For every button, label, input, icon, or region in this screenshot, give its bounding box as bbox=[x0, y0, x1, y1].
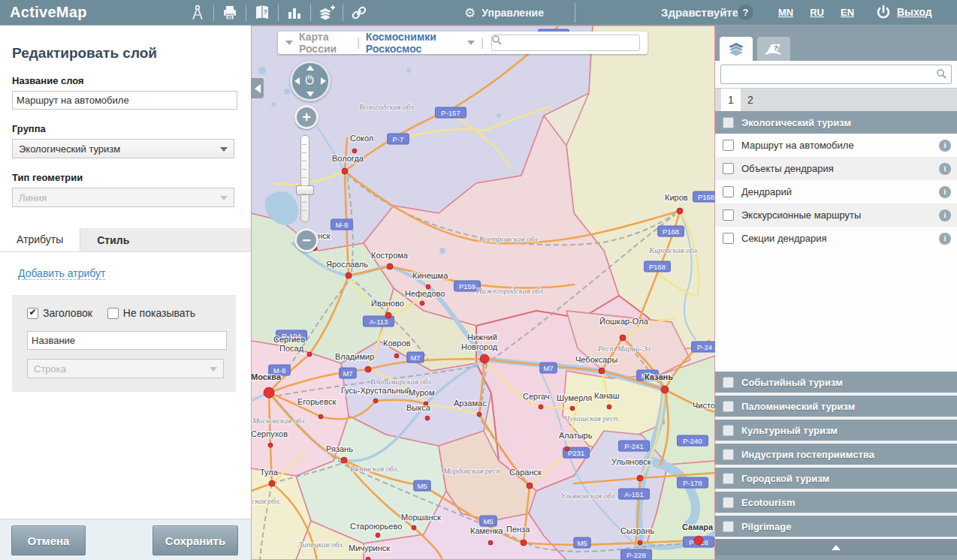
group-header-collapsed[interactable]: Pilgrimage bbox=[715, 513, 957, 537]
layer-checkbox[interactable] bbox=[723, 233, 734, 244]
toolbar-separator: | bbox=[357, 37, 360, 49]
layer-name: Маршрут на автомобиле bbox=[741, 140, 931, 151]
layer-name: Секции дендрария bbox=[741, 233, 931, 244]
tab-legend-help[interactable]: ? bbox=[757, 37, 790, 61]
city-dot bbox=[480, 354, 489, 363]
info-icon[interactable]: i bbox=[939, 233, 951, 245]
base-layer-select[interactable]: Карта России bbox=[299, 31, 351, 55]
city-label: Пенза bbox=[506, 525, 530, 534]
city-label: Владимир bbox=[335, 352, 374, 361]
lang-link-en[interactable]: EN bbox=[841, 7, 854, 18]
group-header-collapsed[interactable]: Событийный туризм bbox=[715, 372, 957, 393]
group-checkbox[interactable] bbox=[723, 473, 734, 484]
city-label: Шумерля bbox=[557, 393, 592, 402]
map-canvas[interactable]: Р-157Р-157Р-7М-8Р168Р168Р168Р159А-113Р-1… bbox=[251, 26, 715, 560]
guide-icon[interactable]: ? bbox=[251, 3, 273, 23]
chevron-down-icon[interactable] bbox=[285, 41, 293, 45]
tab-attributes[interactable]: Атрибуты bbox=[0, 228, 80, 251]
layer-row[interactable]: Экскурсионные маршрутыi bbox=[715, 203, 957, 227]
map-search-input[interactable] bbox=[491, 35, 640, 51]
layer-checkbox[interactable] bbox=[723, 209, 734, 221]
zoom-in-button[interactable]: + bbox=[294, 105, 318, 129]
attribute-name-input[interactable] bbox=[27, 331, 227, 350]
city-dot bbox=[539, 405, 543, 409]
title-checkbox[interactable] bbox=[27, 308, 38, 319]
group-checkbox[interactable] bbox=[723, 497, 734, 508]
pan-right-icon[interactable] bbox=[321, 77, 326, 85]
group-checkbox[interactable] bbox=[723, 117, 734, 128]
lang-link-ru[interactable]: RU bbox=[810, 7, 824, 18]
group-checkbox[interactable] bbox=[723, 425, 734, 436]
group-header-collapsed[interactable]: Индустрия гостеприимства bbox=[715, 441, 957, 465]
panel-collapse-arrow[interactable] bbox=[715, 537, 957, 555]
city-dot bbox=[425, 416, 430, 420]
svg-text:Р-157: Р-157 bbox=[441, 109, 460, 117]
add-layer-icon[interactable] bbox=[315, 3, 338, 23]
layer-checkbox[interactable] bbox=[723, 186, 734, 197]
zoom-slider[interactable] bbox=[300, 135, 309, 222]
chevron-down-icon[interactable] bbox=[467, 41, 475, 45]
tab-style[interactable]: Стиль bbox=[80, 228, 146, 251]
link-icon[interactable] bbox=[348, 3, 370, 23]
page-2-button[interactable]: 2 bbox=[741, 89, 760, 111]
group-checkbox[interactable] bbox=[723, 521, 734, 532]
tab-layers[interactable] bbox=[720, 37, 753, 61]
layer-row[interactable]: Дендрарийi bbox=[715, 180, 957, 203]
group-checkbox[interactable] bbox=[723, 401, 734, 412]
info-icon[interactable]: i bbox=[939, 186, 951, 198]
city-dot bbox=[488, 540, 493, 545]
page-1-button[interactable]: 1 bbox=[721, 89, 741, 111]
info-icon[interactable]: i bbox=[939, 209, 951, 221]
lang-link-mn[interactable]: MN bbox=[778, 7, 793, 18]
group-header-expanded[interactable]: Экологический туризм bbox=[715, 111, 957, 134]
print-icon[interactable] bbox=[219, 3, 241, 23]
layer-checkbox[interactable] bbox=[723, 140, 734, 151]
map-image: Р-157Р-157Р-7М-8Р168Р168Р168Р159А-113Р-1… bbox=[251, 26, 715, 560]
pan-up-icon[interactable] bbox=[306, 65, 314, 71]
title-checkbox-label: Заголовок bbox=[43, 307, 92, 319]
group-header-collapsed[interactable]: Ecotourism bbox=[715, 489, 957, 513]
group-checkbox[interactable] bbox=[723, 449, 734, 460]
layer-checkbox[interactable] bbox=[723, 163, 734, 174]
layers-search-input[interactable] bbox=[720, 65, 952, 84]
cancel-button[interactable]: Отмена bbox=[11, 525, 86, 555]
group-select[interactable]: Экологический туризм bbox=[12, 139, 234, 158]
layer-row[interactable]: Объекты дендрарияi bbox=[715, 157, 957, 180]
logout-link[interactable]: Выход bbox=[897, 6, 932, 18]
svg-text:?: ? bbox=[264, 8, 268, 16]
svg-text:Р168: Р168 bbox=[649, 263, 666, 271]
layer-row[interactable]: Маршрут на автомобилеi bbox=[715, 134, 957, 157]
city-label: Ярославль bbox=[326, 260, 368, 269]
group-name: Ecotourism bbox=[741, 497, 795, 508]
group-checkbox[interactable] bbox=[723, 377, 734, 388]
svg-text:М5: М5 bbox=[577, 539, 587, 547]
group-header-collapsed[interactable]: Городской туризм bbox=[715, 465, 957, 489]
info-icon[interactable]: i bbox=[939, 163, 951, 175]
overlay-layer-select[interactable]: Космоснимки Роскосмос bbox=[366, 31, 462, 55]
map-pan-control[interactable] bbox=[290, 61, 331, 101]
power-icon[interactable] bbox=[874, 4, 892, 25]
stats-icon[interactable] bbox=[283, 3, 306, 23]
group-name: Индустрия гостеприимства bbox=[741, 449, 874, 460]
info-icon[interactable]: i bbox=[939, 140, 951, 152]
city-dot bbox=[376, 533, 380, 537]
chevron-down-icon bbox=[210, 367, 217, 372]
group-header-collapsed[interactable]: Культурный туризм bbox=[715, 417, 957, 441]
management-menu[interactable]: ⚙ Управление bbox=[454, 0, 554, 26]
save-button[interactable]: Сохранить bbox=[152, 525, 238, 555]
group-header-collapsed[interactable]: Паломнический туризм bbox=[715, 393, 957, 417]
pan-down-icon[interactable] bbox=[306, 92, 314, 97]
zoom-out-button[interactable]: − bbox=[294, 228, 318, 252]
attribute-type-select: Строка bbox=[27, 359, 224, 378]
help-badge[interactable]: ? bbox=[738, 5, 753, 20]
hide-checkbox[interactable] bbox=[107, 308, 119, 319]
layer-name-input[interactable] bbox=[12, 91, 237, 110]
add-attribute-link[interactable]: Добавить атрибут bbox=[18, 267, 105, 280]
toolbar-separator: | bbox=[481, 37, 484, 49]
measure-icon[interactable] bbox=[186, 3, 209, 23]
pan-left-icon[interactable] bbox=[294, 77, 300, 85]
top-navbar: ActiveMap ? bbox=[0, 0, 957, 26]
region-label: Владимирская обл. bbox=[370, 378, 433, 386]
layer-row[interactable]: Секции дендрарияi bbox=[715, 227, 957, 250]
collapse-left-panel-button[interactable] bbox=[251, 78, 264, 98]
